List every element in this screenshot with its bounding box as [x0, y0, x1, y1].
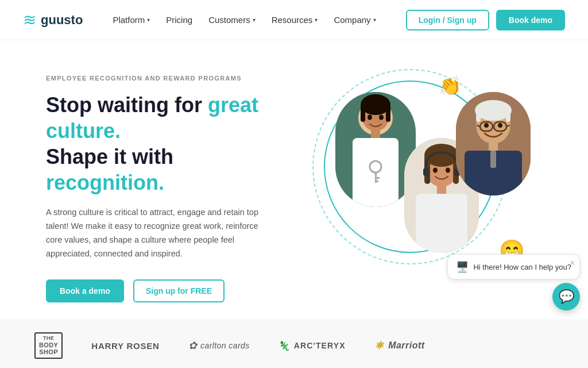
chevron-down-icon: ▾: [253, 17, 256, 23]
nav-item-resources[interactable]: Resources ▾: [272, 15, 318, 25]
svg-rect-32: [476, 110, 481, 122]
person-photo-3: [456, 92, 531, 195]
nav-item-customers[interactable]: Customers ▾: [208, 15, 256, 25]
svg-rect-20: [437, 186, 446, 194]
nav-item-pricing[interactable]: Pricing: [166, 15, 192, 25]
person-photo-1: [335, 92, 416, 207]
hero-eyebrow: EMPLOYEE RECOGNITION AND REWARD PROGRAMS: [46, 75, 289, 82]
login-button[interactable]: Login / Sign up: [406, 10, 489, 30]
book-demo-hero-button[interactable]: Book a demo: [46, 279, 124, 302]
brands-bar: THE BODY SHOP HARRY ROSEN ✿ carlton card…: [0, 320, 588, 368]
nav-item-platform[interactable]: Platform ▾: [113, 15, 150, 25]
svg-rect-5: [386, 105, 390, 122]
svg-point-41: [498, 123, 502, 128]
logo-text: guusto: [41, 13, 83, 28]
chat-widget: 🖥️ Hi there! How can I help you? × 💬: [447, 254, 580, 310]
hero-body: A strong culture is critical to attract,…: [46, 206, 264, 261]
svg-point-23: [446, 168, 450, 173]
nav-links: Platform ▾ Pricing Customers ▾ Resources…: [113, 15, 376, 25]
svg-point-8: [368, 115, 372, 120]
chat-fab-button[interactable]: 💬: [552, 283, 580, 310]
svg-rect-4: [361, 105, 365, 122]
svg-point-26: [427, 180, 430, 183]
brand-body-shop: THE BODY SHOP: [34, 332, 63, 359]
navbar: ≋ guusto Platform ▾ Pricing Customers ▾ …: [0, 0, 588, 40]
chat-bubble-text: Hi there! How can I help you?: [473, 263, 571, 271]
close-icon[interactable]: ×: [570, 258, 575, 267]
brand-harry-rosen: HARRY ROSEN: [91, 341, 159, 351]
svg-rect-12: [375, 177, 380, 179]
chat-bubble: 🖥️ Hi there! How can I help you? ×: [447, 254, 580, 279]
chat-icon: 💬: [559, 289, 574, 304]
logo[interactable]: ≋ guusto: [23, 10, 83, 29]
nav-item-company[interactable]: Company ▾: [334, 15, 376, 25]
svg-rect-13: [375, 181, 378, 182]
brand-arcteryx: 🦎 ARC'TERYX: [278, 340, 346, 351]
hero-heading: Stop waiting for great culture. Shape it…: [46, 92, 289, 195]
book-demo-nav-button[interactable]: Book demo: [496, 10, 565, 30]
svg-rect-33: [506, 110, 510, 122]
logo-icon: ≋: [23, 10, 36, 29]
chevron-down-icon: ▾: [373, 17, 376, 23]
arcteryx-icon: 🦎: [278, 340, 291, 351]
chevron-down-icon: ▾: [315, 17, 318, 23]
svg-point-9: [379, 115, 384, 120]
chat-monitor-icon: 🖥️: [456, 260, 469, 273]
chevron-down-icon: ▾: [147, 17, 150, 23]
svg-rect-43: [490, 151, 496, 168]
svg-rect-6: [371, 130, 380, 138]
svg-point-40: [484, 123, 489, 128]
svg-rect-34: [489, 143, 498, 151]
svg-point-22: [433, 168, 438, 173]
hero-buttons: Book a demo Sign up for FREE: [46, 279, 289, 302]
nav-actions: Login / Sign up Book demo: [406, 10, 565, 30]
wave-emoji: 👏: [439, 75, 462, 97]
heading-line1: Stop waiting for great culture.: [46, 93, 258, 143]
hero-left: EMPLOYEE RECOGNITION AND REWARD PROGRAMS…: [46, 63, 289, 302]
heading-line2: Shape it with recognition.: [46, 145, 173, 194]
svg-rect-21: [416, 194, 467, 253]
brand-carlton-cards: ✿ carlton cards: [188, 339, 250, 352]
carlton-cards-icon: ✿: [188, 339, 197, 352]
signup-button[interactable]: Sign up for FREE: [133, 279, 225, 302]
brand-marriott: ⚛ Marriott: [374, 339, 425, 352]
marriott-icon: ⚛: [374, 339, 384, 352]
